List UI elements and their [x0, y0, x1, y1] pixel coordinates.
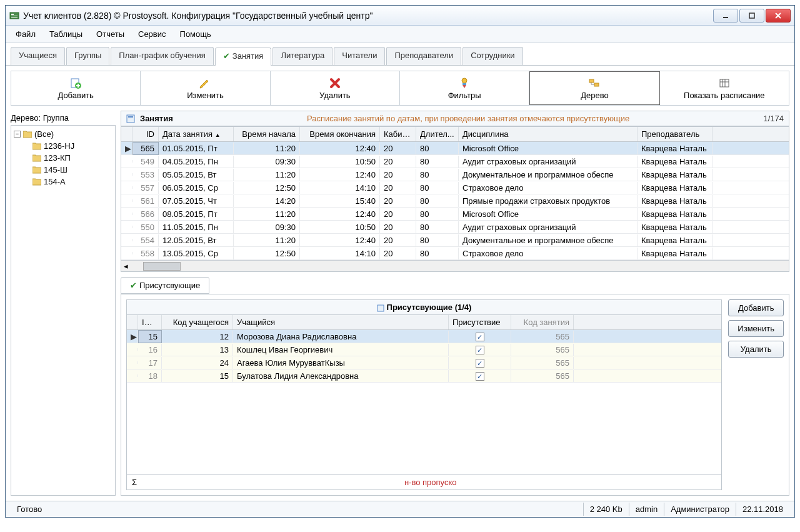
menu-tables[interactable]: Таблицы: [43, 27, 89, 41]
horizontal-scrollbar[interactable]: ◂: [121, 260, 789, 271]
row-indicator: [121, 213, 132, 215]
tab-plan[interactable]: План-график обучения: [111, 47, 214, 65]
table-row[interactable]: 54904.05.2015, Пн09:3010:502080Аудит стр…: [121, 155, 789, 168]
menu-help[interactable]: Помощь: [174, 27, 218, 41]
cell-room: 20: [380, 182, 416, 194]
header-dur[interactable]: Длител...: [416, 127, 459, 141]
cell-lesson-id: 565: [511, 370, 574, 382]
menu-reports[interactable]: Отчеты: [90, 27, 131, 41]
table-row[interactable]: 1815Булатова Лидия Александровна✓565: [127, 369, 721, 383]
grid-header: ID Дата занятия ▲ Время начала Время око…: [121, 127, 789, 142]
sub-header-ind[interactable]: [127, 315, 138, 329]
menu-service[interactable]: Сервис: [132, 27, 172, 41]
minimize-button[interactable]: [713, 9, 738, 23]
checkbox-icon[interactable]: ✓: [476, 333, 484, 341]
tab-groups[interactable]: Группы: [66, 47, 109, 65]
cell-id: 15: [138, 330, 162, 343]
table-row[interactable]: 55011.05.2015, Пн09:3010:502080Аудит стр…: [121, 221, 789, 234]
tree-item[interactable]: 1236-HJ: [32, 140, 112, 152]
table-row[interactable]: 55813.05.2015, Ср12:5014:102080Страховое…: [121, 247, 789, 260]
toolbar-tree[interactable]: Дерево: [529, 71, 659, 105]
table-row[interactable]: 55706.05.2015, Ср12:5014:102080Страховое…: [121, 181, 789, 194]
menubar: Файл Таблицы Отчеты Сервис Помощь: [6, 26, 794, 43]
toolbar-delete[interactable]: Удалить: [271, 71, 400, 105]
header-start[interactable]: Время начала: [234, 127, 300, 141]
cell-id: 549: [132, 156, 159, 168]
tab-teachers[interactable]: Преподаватели: [386, 47, 461, 65]
sub-edit-button[interactable]: Изменить: [728, 320, 784, 337]
cell-teacher: Кварцева Наталь: [638, 234, 712, 246]
menu-file[interactable]: Файл: [9, 27, 42, 41]
header-room[interactable]: Кабинет: [380, 127, 416, 141]
toolbar-schedule[interactable]: Показать расписание: [660, 71, 789, 105]
scrollbar-thumb[interactable]: [143, 262, 181, 271]
table-row[interactable]: ▶1512Морозова Диана Радиславовна✓565: [127, 330, 721, 343]
header-disc[interactable]: Дисциплина: [459, 127, 638, 141]
header-end[interactable]: Время окончания: [300, 127, 380, 141]
header-indicator[interactable]: [121, 127, 132, 141]
cell-teacher: Кварцева Наталь: [638, 169, 712, 181]
cell-date: 05.05.2015, Вт: [159, 169, 234, 181]
minimize-icon: [722, 13, 729, 19]
add-icon: [69, 77, 82, 89]
header-teacher[interactable]: Преподаватель: [638, 127, 712, 141]
sub-header-code[interactable]: Код учащегося: [162, 315, 233, 329]
cell-start: 09:30: [234, 156, 300, 168]
table-row[interactable]: 55305.05.2015, Вт11:2012:402080Документа…: [121, 168, 789, 181]
header-id[interactable]: ID: [132, 127, 159, 141]
tree-root[interactable]: − (Все): [14, 128, 112, 140]
check-icon: ✔: [223, 51, 230, 61]
cell-name: Кошлец Иван Георгиевич: [233, 344, 449, 356]
row-indicator: [121, 199, 132, 202]
tab-readers[interactable]: Читатели: [334, 47, 385, 65]
close-button[interactable]: [766, 9, 791, 23]
table-row[interactable]: 55412.05.2015, Вт11:2012:402080Документа…: [121, 234, 789, 247]
cell-start: 12:50: [234, 248, 300, 259]
svg-rect-5: [749, 13, 754, 18]
sub-header-lesson[interactable]: Код занятия: [511, 315, 574, 329]
cell-id: 565: [132, 142, 159, 155]
sub-header-pres[interactable]: Присутствие: [449, 315, 511, 329]
table-row[interactable]: ▶56501.05.2015, Пт11:2012:402080Microsof…: [121, 142, 789, 155]
checkbox-icon[interactable]: ✓: [476, 359, 484, 368]
subtab-attendees[interactable]: ✔Присутсвующие: [121, 277, 209, 294]
cell-end: 10:50: [300, 156, 380, 168]
sub-delete-button[interactable]: Удалить: [728, 341, 784, 358]
expander-icon[interactable]: −: [14, 131, 21, 138]
toolbar-edit[interactable]: Изменить: [141, 71, 270, 105]
cell-start: 11:20: [234, 208, 300, 220]
checkbox-icon[interactable]: ✓: [476, 372, 484, 381]
cell-dur: 80: [416, 143, 459, 154]
tab-students[interactable]: Учащиеся: [11, 47, 65, 65]
tab-staff[interactable]: Сотрудники: [462, 47, 522, 65]
header-date[interactable]: Дата занятия ▲: [159, 127, 234, 141]
table-row[interactable]: 1724Агаева Юлия МурувватКызы✓565: [127, 356, 721, 369]
checkbox-icon[interactable]: ✓: [476, 346, 484, 354]
table-row[interactable]: 56107.05.2015, Чт14:2015:402080Прямые пр…: [121, 194, 789, 208]
cell-start: 11:20: [234, 169, 300, 181]
cell-lesson-id: 565: [511, 331, 574, 343]
tab-lessons[interactable]: ✔Занятия: [215, 48, 272, 66]
cell-code: 15: [162, 370, 233, 382]
tree-item[interactable]: 123-КП: [32, 152, 112, 164]
tree-item[interactable]: 145-Ш: [32, 164, 112, 176]
panel-icon: [377, 304, 384, 312]
titlebar: Учет клиентов (2.828) © Prostoysoft. Кон…: [6, 6, 794, 26]
tab-literature[interactable]: Литература: [272, 47, 332, 65]
table-row[interactable]: 56608.05.2015, Пт11:2012:402080Microsoft…: [121, 208, 789, 221]
scroll-left-icon[interactable]: ◂: [121, 261, 131, 271]
cell-id: 561: [132, 195, 159, 207]
toolbar-add[interactable]: Добавить: [11, 71, 141, 105]
sub-add-button[interactable]: Добавить: [728, 299, 784, 316]
table-row[interactable]: 1613Кошлец Иван Георгиевич✓565: [127, 343, 721, 356]
sub-header-id[interactable]: ID ▲: [138, 315, 162, 329]
toolbar-filters[interactable]: Фильтры: [400, 71, 529, 105]
svg-rect-14: [589, 79, 594, 83]
panel-title: Занятия: [140, 114, 173, 123]
side-buttons: Добавить Изменить Удалить: [728, 299, 784, 490]
sub-header-name[interactable]: Учащийся: [233, 315, 449, 329]
cell-presence: ✓: [449, 344, 511, 356]
row-indicator: [121, 239, 132, 241]
maximize-button[interactable]: [739, 9, 764, 23]
tree-item[interactable]: 154-А: [32, 176, 112, 188]
